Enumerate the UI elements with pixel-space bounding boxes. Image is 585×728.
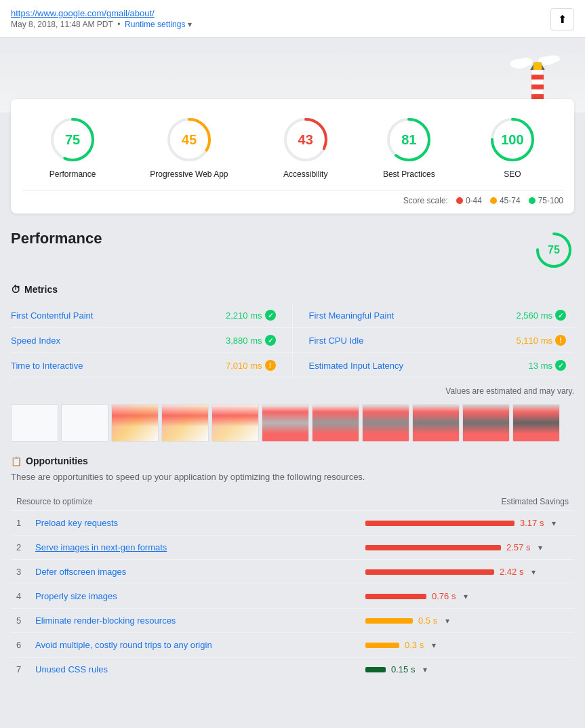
header-left: https://www.google.com/gmail/about/ May … — [11, 8, 192, 29]
score-scale-label: Score scale: — [403, 196, 448, 205]
opp-bar-1 — [365, 521, 515, 526]
score-value-performance: 75 — [65, 132, 80, 148]
metric-value-fcp-container: 2,210 ms ✓ — [226, 310, 275, 321]
metric-value-eil-container: 13 ms ✓ — [529, 360, 566, 371]
metric-value-fci: 5,110 ms — [517, 336, 552, 346]
opp-savings-6: 0.3 s — [405, 640, 424, 650]
score-circle-best-practices: 81 — [384, 115, 433, 164]
filmstrip-frame-1 — [61, 404, 108, 442]
score-value-pwa: 45 — [182, 132, 197, 148]
metric-row-eil: Estimated Input Latency 13 ms ✓ — [293, 353, 575, 378]
metric-name-si[interactable]: Speed Index — [11, 336, 60, 346]
metric-icon-fcp: ✓ — [265, 310, 276, 321]
opp-num-2: 2 — [16, 542, 35, 552]
chevron-icon-2: ▾ — [538, 543, 542, 552]
chevron-icon-1: ▾ — [552, 519, 556, 528]
opp-name-7: Unused CSS rules — [35, 664, 365, 674]
col-savings-label: Estimated Savings — [365, 497, 569, 506]
scale-label-red: 0-44 — [466, 196, 482, 205]
metric-value-tti: 7,010 ms — [226, 361, 262, 371]
filmstrip-frame-7 — [362, 404, 409, 442]
performance-mini-score-value: 75 — [548, 244, 560, 256]
metric-value-si-container: 3,880 ms ✓ — [226, 335, 275, 346]
opp-bar-2 — [365, 545, 501, 550]
scale-label-green: 75-100 — [538, 196, 563, 205]
score-circle-seo: 100 — [488, 115, 537, 164]
filmstrip-frame-4 — [211, 404, 259, 442]
page-url[interactable]: https://www.google.com/gmail/about/ — [11, 8, 192, 18]
opp-row-4[interactable]: 4 Properly size images 0.76 s ▾ — [11, 584, 574, 608]
metric-row-tti: Time to Interactive 7,010 ms ! — [11, 353, 293, 378]
opp-row-6[interactable]: 6 Avoid multiple, costly round trips to … — [11, 632, 574, 657]
metric-row-fmp: First Meaningful Paint 2,560 ms ✓ — [293, 303, 575, 328]
performance-mini-score: 75 — [533, 230, 574, 270]
scale-label-orange: 45-74 — [500, 196, 521, 205]
chevron-icon-4: ▾ — [464, 592, 468, 601]
scale-item-orange: 45-74 — [490, 196, 521, 205]
metric-value-fmp-container: 2,560 ms ✓ — [517, 310, 566, 321]
metric-name-fci[interactable]: First CPU Idle — [309, 336, 364, 346]
metric-name-tti[interactable]: Time to Interactive — [11, 361, 83, 371]
metric-value-fci-container: 5,110 ms ! — [517, 335, 566, 346]
metric-value-fmp: 2,560 ms — [517, 310, 552, 321]
opp-bar-container-5: 0.5 s ▾ — [365, 615, 569, 626]
opportunities-list: 1 Preload key requests 3.17 s ▾ 2 Serve … — [11, 510, 574, 681]
opp-row-3[interactable]: 3 Defer offscreen images 2.42 s ▾ — [11, 559, 574, 584]
score-item-performance: 75 Performance — [48, 115, 97, 179]
opp-row-7[interactable]: 7 Unused CSS rules 0.15 s ▾ — [11, 657, 574, 681]
opp-bar-container-2: 2.57 s ▾ — [365, 542, 569, 552]
svg-point-3 — [546, 55, 561, 62]
opp-bar-4 — [365, 594, 426, 599]
opp-row-2[interactable]: 2 Serve images in next-gen formats 2.57 … — [11, 535, 574, 559]
scale-dot-orange — [490, 197, 497, 204]
scale-dot-red — [456, 197, 463, 204]
metric-name-fmp[interactable]: First Meaningful Paint — [309, 310, 395, 321]
score-circle-performance: 75 — [48, 115, 97, 164]
performance-section-header: Performance 75 — [11, 230, 574, 270]
metric-row-si: Speed Index 3,880 ms ✓ — [11, 328, 293, 353]
col-resource-label: Resource to optimize — [16, 497, 365, 506]
filmstrip-frame-3 — [161, 404, 209, 442]
metric-name-fcp[interactable]: First Contentful Paint — [11, 310, 93, 321]
chevron-icon-3: ▾ — [531, 567, 536, 577]
score-label-seo: SEO — [504, 169, 521, 179]
score-item-seo: 100 SEO — [488, 115, 537, 179]
svg-rect-9 — [533, 62, 542, 70]
opp-name-5: Eliminate render-blocking resources — [35, 615, 365, 626]
opp-bar-5 — [365, 618, 413, 624]
opp-name-1: Preload key requests — [35, 518, 365, 528]
share-button[interactable]: ⬆ — [550, 8, 574, 31]
scores-card: 75 Performance 45 Progressive Web App — [11, 99, 574, 214]
opp-bar-container-7: 0.15 s ▾ — [365, 664, 569, 674]
chevron-icon-7: ▾ — [423, 665, 427, 674]
score-value-best-practices: 81 — [401, 132, 416, 148]
opp-bar-container-1: 3.17 s ▾ — [365, 518, 569, 528]
filmstrip-frame-2 — [111, 404, 159, 442]
filmstrip-frame-9 — [462, 404, 510, 442]
metric-icon-tti: ! — [265, 360, 276, 371]
scale-item-green: 75-100 — [529, 196, 563, 205]
scale-item-red: 0-44 — [456, 196, 482, 205]
header-date: May 8, 2018, 11:48 AM PDT — [11, 20, 113, 29]
metrics-header: ⏱ Metrics — [11, 284, 574, 295]
opp-row-1[interactable]: 1 Preload key requests 3.17 s ▾ — [11, 510, 574, 535]
filmstrip-frame-5 — [262, 404, 309, 442]
filmstrip-frame-0 — [11, 404, 58, 442]
score-value-accessibility: 43 — [298, 132, 313, 148]
opp-name-4: Properly size images — [35, 591, 365, 601]
metric-value-fcp: 2,210 ms — [226, 310, 262, 321]
header-meta: May 8, 2018, 11:48 AM PDT • Runtime sett… — [11, 20, 192, 29]
runtime-settings-link[interactable]: Runtime settings — [125, 20, 185, 29]
metric-name-eil[interactable]: Estimated Input Latency — [309, 361, 403, 371]
metric-value-eil: 13 ms — [529, 361, 552, 371]
opp-bar-6 — [365, 643, 399, 648]
svg-point-1 — [518, 58, 533, 66]
svg-rect-6 — [531, 85, 544, 89]
scale-dot-green — [529, 197, 536, 204]
score-item-pwa: 45 Progressive Web App — [150, 115, 228, 179]
opp-row-5[interactable]: 5 Eliminate render-blocking resources 0.… — [11, 608, 574, 632]
opp-num-7: 7 — [16, 664, 35, 674]
metrics-grid: First Contentful Paint 2,210 ms ✓ First … — [11, 303, 574, 378]
score-item-best-practices: 81 Best Practices — [383, 115, 435, 179]
opp-savings-3: 2.42 s — [500, 567, 523, 577]
